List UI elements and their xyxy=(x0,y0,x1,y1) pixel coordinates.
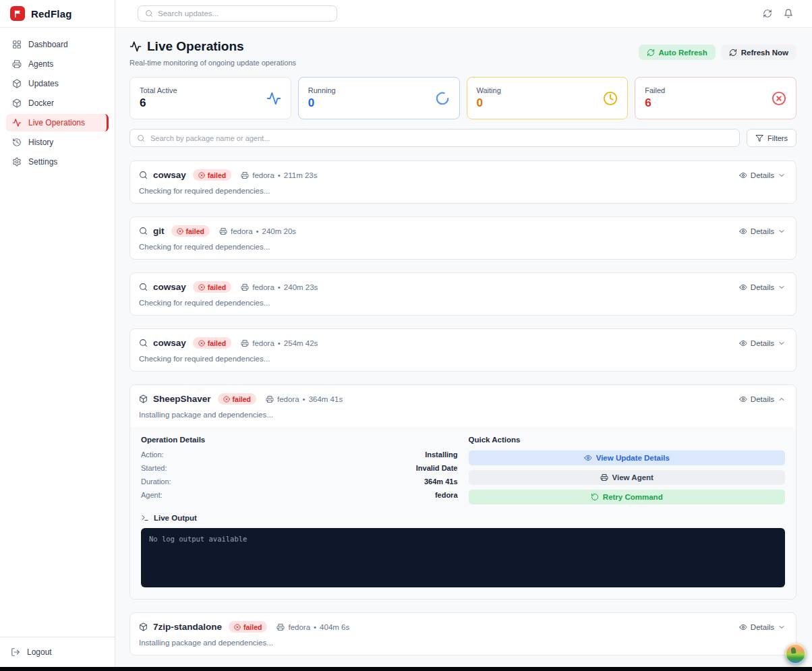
details-button[interactable]: Details xyxy=(739,227,786,235)
view-update-details-button[interactable]: View Update Details xyxy=(469,450,786,465)
operation-name: 7zip-standalone xyxy=(153,622,222,632)
app-logo: RedFlag xyxy=(0,0,115,28)
filter-icon xyxy=(755,134,763,142)
logout-label: Logout xyxy=(27,647,52,657)
chevron-down-icon xyxy=(778,283,786,291)
operation-head: SheepShaver failed fedora • 364m 41s Det… xyxy=(130,385,796,405)
status-badge-label: failed xyxy=(186,227,204,235)
detail-label: Agent: xyxy=(141,491,163,499)
chevron-down-icon xyxy=(778,339,786,347)
eye-icon xyxy=(739,283,747,291)
sidebar-item-label: Settings xyxy=(28,157,57,167)
sidebar-spacer xyxy=(0,181,115,637)
stat-card-total-active: Total Active 6 xyxy=(129,77,291,119)
global-search xyxy=(138,5,337,22)
global-search-input[interactable] xyxy=(158,9,330,18)
eye-icon xyxy=(739,623,747,631)
bullet-separator: • xyxy=(278,339,281,347)
operation-card-expanded: SheepShaver failed fedora • 364m 41s Det… xyxy=(129,384,796,600)
filters-button[interactable]: Filters xyxy=(747,129,796,147)
view-update-details-label: View Update Details xyxy=(596,454,670,462)
refresh-icon[interactable] xyxy=(763,9,772,18)
auto-refresh-button[interactable]: Auto Refresh xyxy=(639,45,716,60)
details-button[interactable]: Details xyxy=(739,171,786,179)
x-circle-icon xyxy=(177,228,183,235)
sidebar-item-history[interactable]: History xyxy=(6,134,109,151)
search-icon xyxy=(139,339,148,347)
operation-card: cowsay failed fedora • 254m 42s Details xyxy=(129,328,796,372)
operation-details-section: Operation Details Action: Installing Sta… xyxy=(141,436,458,509)
page-subtitle: Real-time monitoring of ongoing update o… xyxy=(129,59,296,67)
clock-icon xyxy=(603,91,618,106)
sidebar-item-label: Updates xyxy=(28,79,59,88)
stat-value: 6 xyxy=(140,96,177,110)
sidebar-nav: Dashboard Agents Updates Docker Live Ope… xyxy=(0,28,115,181)
operation-name: cowsay xyxy=(153,338,186,348)
status-badge: failed xyxy=(229,621,267,633)
search-icon xyxy=(139,227,148,235)
search-icon xyxy=(145,9,153,18)
operation-message: Installing package and dependencies... xyxy=(130,405,796,427)
status-badge-label: failed xyxy=(208,283,226,291)
retry-command-button[interactable]: Retry Command xyxy=(469,490,786,504)
details-button[interactable]: Details xyxy=(739,283,786,291)
details-button[interactable]: Details xyxy=(739,339,786,347)
sidebar-item-label: Live Operations xyxy=(28,118,85,127)
logout-button[interactable]: Logout xyxy=(0,637,115,667)
operation-head: 7zip-standalone failed fedora • 404m 6s … xyxy=(130,613,796,633)
stat-card-running: Running 0 xyxy=(298,77,460,119)
sidebar-item-docker[interactable]: Docker xyxy=(6,94,109,112)
island-emoji-button[interactable] xyxy=(785,643,806,664)
chevron-up-icon xyxy=(778,395,786,403)
operation-card: 7zip-standalone failed fedora • 404m 6s … xyxy=(129,612,796,655)
operation-details-title: Operation Details xyxy=(141,436,458,444)
details-button[interactable]: Details xyxy=(739,395,786,403)
auto-refresh-label: Auto Refresh xyxy=(659,49,707,57)
grid-icon xyxy=(12,40,22,49)
bell-icon[interactable] xyxy=(784,9,793,18)
package-icon xyxy=(12,79,22,88)
sidebar-item-settings[interactable]: Settings xyxy=(6,153,109,171)
agent-icon xyxy=(219,227,227,235)
x-circle-icon xyxy=(198,172,205,179)
operation-meta: fedora • 404m 6s xyxy=(277,623,349,631)
status-badge-label: failed xyxy=(233,395,251,403)
operations-list: cowsay failed fedora • 211m 23s Details xyxy=(129,161,796,655)
refresh-now-button[interactable]: Refresh Now xyxy=(721,45,796,60)
agent-name: fedora xyxy=(277,395,299,403)
sidebar-item-agents[interactable]: Agents xyxy=(6,55,109,73)
operation-meta: fedora • 254m 42s xyxy=(241,339,318,347)
content: Live Operations Real-time monitoring of … xyxy=(115,28,812,667)
stats-row: Total Active 6 Running 0 Waiting 0 Faile… xyxy=(129,77,796,119)
operation-name: git xyxy=(153,226,165,236)
sidebar-item-label: History xyxy=(28,138,53,147)
sidebar-item-live-operations[interactable]: Live Operations xyxy=(6,114,109,132)
operation-name: cowsay xyxy=(153,282,186,292)
details-button[interactable]: Details xyxy=(739,623,786,631)
view-agent-label: View Agent xyxy=(612,473,654,482)
operation-head: git failed fedora • 240m 20s Details xyxy=(130,217,796,237)
details-label: Details xyxy=(751,395,774,403)
retry-command-label: Retry Command xyxy=(603,493,663,501)
operation-message: Checking for required dependencies... xyxy=(130,293,796,315)
sidebar-item-dashboard[interactable]: Dashboard xyxy=(6,36,109,53)
details-label: Details xyxy=(751,283,774,291)
stat-label: Failed xyxy=(645,86,665,94)
detail-value: fedora xyxy=(435,491,458,499)
filters-label: Filters xyxy=(767,134,788,142)
duration: 254m 42s xyxy=(284,339,318,347)
live-output-terminal: No log output available xyxy=(141,528,785,587)
agent-name: fedora xyxy=(252,339,274,347)
chevron-down-icon xyxy=(778,623,786,631)
chevron-down-icon xyxy=(778,227,786,235)
history-icon xyxy=(12,138,22,147)
package-search-input[interactable] xyxy=(150,134,732,142)
view-agent-button[interactable]: View Agent xyxy=(469,470,786,485)
status-badge: failed xyxy=(171,225,210,237)
agent-name: fedora xyxy=(231,227,253,235)
sidebar-item-updates[interactable]: Updates xyxy=(6,75,109,92)
detail-label: Action: xyxy=(141,450,164,459)
detail-label: Started: xyxy=(141,464,167,472)
agent-icon xyxy=(241,171,249,179)
quick-actions-title: Quick Actions xyxy=(469,436,786,444)
